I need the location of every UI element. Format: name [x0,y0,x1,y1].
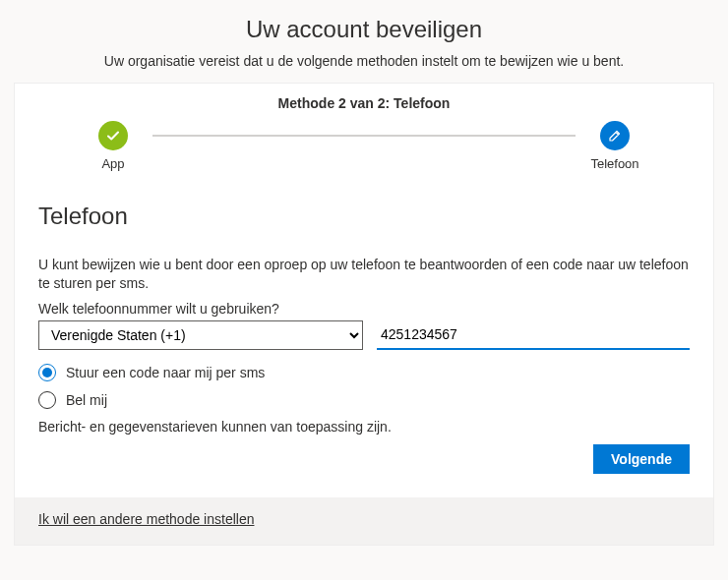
section-title: Telefoon [38,203,690,230]
phone-field-label: Welk telefoonnummer wilt u gebruiken? [38,301,690,317]
step-phone: Telefoon [576,121,654,171]
page-subtitle: Uw organisatie vereist dat u de volgende… [20,53,708,69]
page: Uw account beveiligen Uw organisatie ver… [0,0,728,580]
country-select-wrap: Verenigde Staten (+1) [38,320,363,350]
option-sms-label: Stuur een code naar mij per sms [66,365,265,380]
setup-card: Methode 2 van 2: Telefoon App Telefoon T… [14,83,714,546]
phone-row: Verenigde Staten (+1) [38,320,690,350]
radio-icon [38,364,56,381]
header: Uw account beveiligen Uw organisatie ver… [0,0,728,83]
checkmark-icon [98,121,128,150]
form-content: Telefoon U kunt bewijzen wie u bent door… [15,185,713,497]
country-code-select[interactable]: Verenigde Staten (+1) [38,320,363,350]
page-title: Uw account beveiligen [20,16,708,43]
option-call[interactable]: Bel mij [38,391,690,409]
phone-number-input[interactable] [377,320,690,350]
next-button[interactable]: Volgende [593,444,690,474]
pencil-icon [600,121,630,150]
stepper: App Telefoon [15,115,713,185]
step-connector [152,135,576,137]
rates-note: Bericht- en gegevenstarieven kunnen van … [38,419,690,435]
section-description: U kunt bewijzen wie u bent door een opro… [38,256,690,293]
actions: Volgende [38,435,690,486]
card-footer: Ik wil een andere methode instellen [15,497,713,545]
option-call-label: Bel mij [66,392,107,408]
step-app: App [74,121,152,171]
step-label: App [101,156,124,171]
stepper-heading: Methode 2 van 2: Telefoon [15,84,713,115]
option-sms[interactable]: Stuur een code naar mij per sms [38,364,690,381]
radio-icon [38,391,56,409]
step-label: Telefoon [590,156,638,171]
alt-method-link[interactable]: Ik wil een andere methode instellen [38,511,254,527]
